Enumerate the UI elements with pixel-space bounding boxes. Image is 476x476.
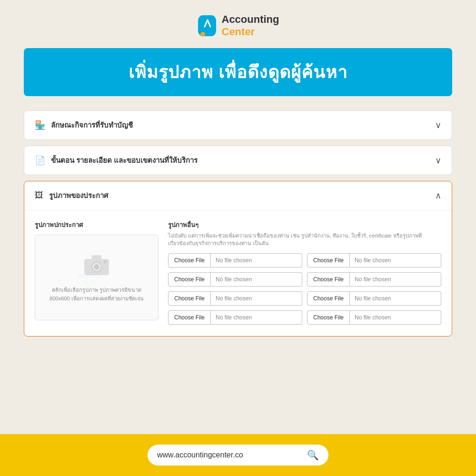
file-choose-btn-4-2[interactable]: Choose File — [307, 310, 350, 325]
file-no-chosen-3-1: No file chosen — [211, 291, 302, 306]
logo-text: Accounting Center — [222, 13, 279, 39]
images-body: รูปภาพปกประกาศ Accounting Center — [24, 210, 452, 336]
accordion-images: 🖼 รูปภาพของประกาศ ∧ รูปภาพปกประกาศ Accou… — [24, 181, 452, 337]
other-images-label: รูปภาพอื่นๆ — [168, 220, 441, 230]
svg-rect-6 — [92, 255, 101, 260]
file-choose-btn-2-1[interactable]: Choose File — [168, 272, 211, 287]
accordion-steps-header[interactable]: 📄 ขั้นตอน รายละเอียด และขอบเขตงานที่ให้บ… — [24, 146, 452, 175]
file-input-row: Choose File No file chosen — [307, 272, 441, 287]
accordion-characteristics-header[interactable]: 🏪 ลักษณะกิจการที่รับทำบัญชี ∨ — [24, 111, 452, 139]
file-choose-btn-3-1[interactable]: Choose File — [168, 291, 211, 306]
file-choose-btn-1-1[interactable]: Choose File — [168, 253, 211, 268]
characteristics-icon: 🏪 — [35, 120, 45, 130]
banner-text: เพิ่มรูปภาพ เพื่อดึงดูดผู้ค้นหา — [129, 62, 347, 82]
logo-icon — [197, 13, 217, 38]
footer: www.accountingcenter.co 🔍 — [0, 434, 476, 476]
file-input-row: Choose File No file chosen — [168, 272, 302, 287]
svg-point-5 — [94, 264, 99, 270]
file-no-chosen-1-1: No file chosen — [211, 253, 302, 268]
file-inputs-grid: Choose File No file chosen Choose File N… — [168, 253, 441, 325]
camera-icon — [82, 252, 111, 282]
logo-center: Center — [222, 26, 279, 38]
file-input-row: Choose File No file chosen — [307, 291, 441, 306]
file-no-chosen-2-2: No file chosen — [350, 272, 441, 287]
file-choose-btn-4-1[interactable]: Choose File — [168, 310, 211, 325]
cover-image-label: รูปภาพปกประกาศ — [35, 220, 159, 230]
file-no-chosen-3-2: No file chosen — [350, 291, 441, 306]
cover-image-box[interactable]: Accounting Center — [35, 235, 159, 320]
accordion-steps: 📄 ขั้นตอน รายละเอียด และขอบเขตงานที่ให้บ… — [24, 146, 452, 175]
images-row: รูปภาพปกประกาศ Accounting Center — [35, 220, 441, 325]
footer-search-bar[interactable]: www.accountingcenter.co 🔍 — [148, 445, 328, 466]
steps-icon: 📄 — [35, 155, 45, 166]
svg-point-7 — [104, 260, 107, 263]
images-icon: 🖼 — [35, 190, 43, 200]
accordion-images-header[interactable]: 🖼 รูปภาพของประกาศ ∧ — [24, 181, 452, 210]
file-input-row: Choose File No file chosen — [168, 310, 302, 325]
accordion-characteristics: 🏪 ลักษณะกิจการที่รับทำบัญชี ∨ — [24, 110, 452, 140]
steps-title: ขั้นตอน รายละเอียด และขอบเขตงานที่ให้บริ… — [51, 155, 198, 166]
steps-chevron: ∨ — [435, 155, 441, 166]
file-input-row: Choose File No file chosen — [168, 253, 302, 268]
file-choose-btn-3-2[interactable]: Choose File — [307, 291, 350, 306]
characteristics-title: ลักษณะกิจการที่รับทำบัญชี — [51, 119, 133, 131]
content-area: 🏪 ลักษณะกิจการที่รับทำบัญชี ∨ 📄 ขั้นตอน … — [24, 110, 452, 337]
cover-image-hint: คลิกเพื่อเลือกรูปภาพ รูปภาพควรมีขนาด 800… — [42, 286, 151, 303]
file-input-row: Choose File No file chosen — [168, 291, 302, 306]
other-images-area: รูปภาพอื่นๆ ไม่บังคับ แต่การเพิ่มจะช่วยเ… — [168, 220, 441, 325]
file-choose-btn-1-2[interactable]: Choose File — [307, 253, 350, 268]
file-choose-btn-2-2[interactable]: Choose File — [307, 272, 350, 287]
file-no-chosen-4-2: No file chosen — [350, 310, 441, 325]
file-no-chosen-4-1: No file chosen — [211, 310, 302, 325]
footer-url: www.accountingcenter.co — [157, 451, 301, 459]
file-no-chosen-1-2: No file chosen — [350, 253, 441, 268]
cover-image-area: รูปภาพปกประกาศ Accounting Center — [35, 220, 159, 325]
file-no-chosen-2-1: No file chosen — [211, 272, 302, 287]
header: Accounting Center — [0, 0, 476, 48]
images-chevron: ∧ — [435, 190, 441, 201]
banner: เพิ่มรูปภาพ เพื่อดึงดูดผู้ค้นหา — [24, 48, 452, 96]
logo-accounting: Accounting — [222, 13, 279, 26]
logo-container: Accounting Center — [197, 13, 279, 39]
file-input-row: Choose File No file chosen — [307, 310, 441, 325]
svg-point-0 — [200, 32, 205, 37]
images-title: รูปภาพของประกาศ — [49, 190, 109, 201]
other-images-hint: ไม่บังคับ แต่การเพิ่มจะช่วยเพิ่มความน่าเ… — [168, 232, 441, 248]
search-icon[interactable]: 🔍 — [307, 449, 319, 461]
file-input-row: Choose File No file chosen — [307, 253, 441, 268]
characteristics-chevron: ∨ — [435, 120, 441, 130]
